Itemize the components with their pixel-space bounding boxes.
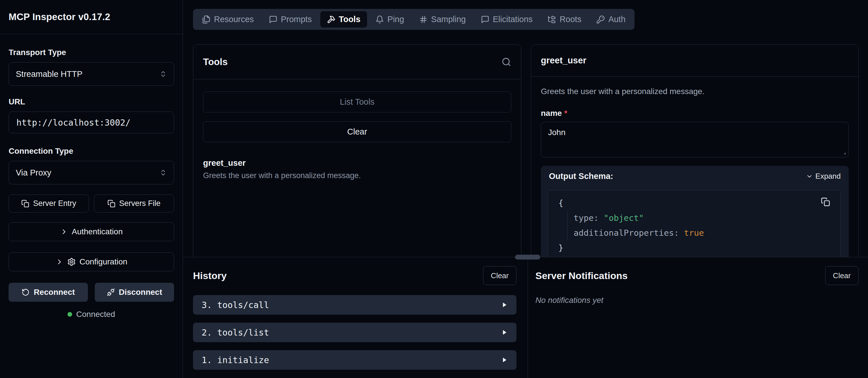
folder-tree-icon	[548, 15, 556, 24]
history-item[interactable]: 1. initialize	[193, 350, 517, 370]
expand-toggle[interactable]: Expand	[806, 172, 841, 181]
tab-label: Ping	[388, 14, 404, 24]
connection-actions: Reconnect Disconnect	[9, 283, 174, 302]
tool-detail-description: Greets the user with a personalized mess…	[541, 87, 849, 96]
reconnect-button[interactable]: Reconnect	[9, 283, 88, 302]
tab-label: Roots	[560, 14, 581, 24]
bottom-section: History Clear 3. tools/call 2. tools/lis…	[183, 257, 868, 378]
tool-name: greet_user	[203, 158, 511, 168]
search-icon[interactable]	[501, 57, 511, 67]
close-brace: }	[558, 243, 563, 253]
output-schema-title: Output Schema:	[548, 172, 613, 181]
chevrons-up-down-icon	[159, 70, 167, 78]
output-schema-section: Output Schema: Expand	[541, 166, 849, 257]
tab-elicitations[interactable]: Elicitations	[474, 11, 539, 28]
tab-label: Resources	[214, 14, 254, 24]
transport-type-value: Streamable HTTP	[16, 69, 83, 79]
notifications-title: Server Notifications	[535, 270, 628, 281]
history-clear-button[interactable]: Clear	[483, 266, 517, 285]
main-area: Resources Prompts Tools Ping Sampling	[183, 0, 868, 378]
chevron-down-icon	[806, 173, 813, 180]
transport-type-label: Transport Type	[9, 48, 174, 57]
server-entry-button[interactable]: Server Entry	[9, 195, 89, 212]
authentication-label: Authentication	[72, 227, 123, 236]
tab-sampling[interactable]: Sampling	[412, 11, 472, 28]
code-value: true	[684, 228, 704, 238]
param-name-label: name*	[541, 109, 849, 118]
tool-detail-body: Greets the user with a personalized mess…	[531, 87, 859, 257]
history-index: 1.	[202, 355, 212, 365]
tab-label: Prompts	[281, 14, 312, 24]
tab-ping[interactable]: Ping	[369, 11, 411, 28]
tab-roots[interactable]: Roots	[541, 11, 588, 28]
copy-icon	[21, 200, 29, 208]
servers-file-button[interactable]: Servers File	[94, 195, 174, 212]
connection-type-value: Via Proxy	[16, 168, 52, 177]
history-item[interactable]: 3. tools/call	[193, 295, 517, 315]
authentication-expander[interactable]: Authentication	[9, 222, 174, 241]
history-method: tools/list	[217, 328, 269, 338]
code-key: additionalProperties:	[574, 228, 679, 238]
history-header: History Clear	[193, 266, 517, 285]
notifications-empty-text: No notifications yet	[535, 296, 859, 305]
tool-description: Greets the user with a personalized mess…	[203, 171, 511, 180]
chevrons-up-down-icon	[159, 169, 167, 176]
bell-icon	[375, 15, 384, 24]
tools-panel-header: Tools	[193, 45, 521, 79]
play-icon	[501, 356, 508, 364]
output-schema-header: Output Schema: Expand	[548, 172, 841, 181]
disconnect-label: Disconnect	[119, 288, 162, 297]
tab-bar: Resources Prompts Tools Ping Sampling	[193, 9, 634, 30]
sidebar: MCP Inspector v0.17.2 Transport Type Str…	[0, 0, 183, 378]
hash-icon	[419, 15, 428, 24]
copy-icon	[107, 200, 116, 208]
status-dot-icon	[67, 312, 72, 317]
configuration-expander[interactable]: Configuration	[9, 252, 174, 271]
url-label: URL	[9, 97, 174, 106]
disconnect-button[interactable]: Disconnect	[95, 283, 174, 302]
panel-resize-handle[interactable]	[515, 255, 540, 260]
param-input-wrap: John	[541, 122, 849, 158]
param-label-text: name	[541, 109, 562, 117]
unplug-icon	[107, 288, 115, 296]
server-config-buttons: Server Entry Servers File	[9, 195, 174, 212]
history-panel: History Clear 3. tools/call 2. tools/lis…	[183, 257, 528, 378]
tool-list-item[interactable]: greet_user Greets the user with a person…	[203, 158, 511, 180]
configuration-label: Configuration	[80, 257, 127, 267]
connection-type-select[interactable]: Via Proxy	[9, 161, 174, 184]
files-icon	[202, 15, 211, 24]
notifications-clear-button[interactable]: Clear	[825, 266, 859, 285]
list-tools-button[interactable]: List Tools	[203, 92, 511, 112]
status-text: Connected	[76, 310, 115, 319]
history-title: History	[193, 270, 227, 281]
tab-prompts[interactable]: Prompts	[262, 11, 318, 28]
reconnect-label: Reconnect	[34, 288, 75, 297]
tab-auth[interactable]: Auth	[590, 11, 632, 28]
tools-panel-title: Tools	[203, 57, 228, 67]
tab-resources[interactable]: Resources	[195, 11, 260, 28]
app-title: MCP Inspector v0.17.2	[9, 11, 110, 22]
top-section: Resources Prompts Tools Ping Sampling	[183, 0, 868, 257]
chevron-right-icon	[56, 258, 63, 266]
url-value: http://localhost:3002/	[17, 117, 130, 128]
tab-tools[interactable]: Tools	[320, 11, 367, 28]
tab-label: Tools	[339, 14, 361, 24]
transport-type-select[interactable]: Streamable HTTP	[9, 62, 174, 86]
gear-icon	[67, 257, 76, 266]
code-line: }	[558, 240, 832, 255]
url-input[interactable]: http://localhost:3002/	[9, 111, 174, 133]
sidebar-header: MCP Inspector v0.17.2	[0, 0, 183, 34]
tool-detail-title: greet_user	[541, 55, 587, 66]
schema-code-block: { type: "object" additionalProperties: t…	[548, 190, 841, 257]
resize-handle-icon[interactable]	[840, 149, 846, 155]
clear-tools-button[interactable]: Clear	[203, 121, 511, 142]
expand-label: Expand	[815, 172, 841, 181]
play-icon	[501, 329, 508, 336]
hammer-icon	[327, 15, 336, 24]
chevron-right-icon	[60, 228, 68, 236]
code-value: "object"	[604, 213, 644, 223]
sidebar-body: Transport Type Streamable HTTP URL http:…	[0, 48, 183, 319]
history-item[interactable]: 2. tools/list	[193, 323, 517, 342]
param-name-input[interactable]: John	[541, 122, 849, 158]
play-icon	[501, 302, 508, 308]
